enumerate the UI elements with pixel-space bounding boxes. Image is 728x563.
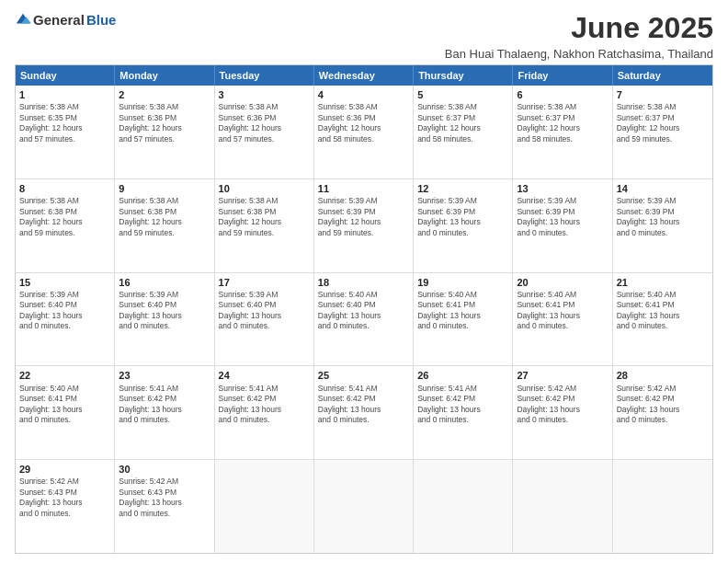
calendar-cell — [513, 460, 612, 553]
cell-info: and 59 minutes. — [617, 134, 709, 144]
cell-info: and 59 minutes. — [219, 228, 310, 238]
cell-info: Daylight: 13 hours — [417, 405, 508, 415]
header-day-thursday: Thursday — [414, 65, 513, 86]
calendar-cell: 12Sunrise: 5:39 AMSunset: 6:39 PMDayligh… — [414, 179, 513, 272]
day-number: 2 — [119, 88, 210, 101]
cell-info: and 59 minutes. — [19, 228, 110, 238]
day-number: 7 — [617, 88, 709, 101]
cell-info: Sunrise: 5:41 AM — [318, 384, 409, 394]
cell-info: Sunrise: 5:42 AM — [517, 384, 608, 394]
day-number: 24 — [219, 369, 310, 382]
calendar-cell: 19Sunrise: 5:40 AMSunset: 6:41 PMDayligh… — [414, 273, 513, 366]
header-day-monday: Monday — [115, 65, 214, 86]
cell-info: Sunset: 6:36 PM — [219, 113, 310, 123]
day-number: 18 — [318, 276, 409, 289]
calendar-cell: 15Sunrise: 5:39 AMSunset: 6:40 PMDayligh… — [16, 273, 115, 366]
cell-info: Sunset: 6:40 PM — [119, 300, 210, 310]
calendar-row-3: 22Sunrise: 5:40 AMSunset: 6:41 PMDayligh… — [16, 365, 712, 459]
cell-info: Daylight: 12 hours — [318, 123, 409, 133]
cell-info: Daylight: 13 hours — [19, 311, 110, 321]
cell-info: Daylight: 13 hours — [119, 498, 210, 508]
cell-info: Daylight: 12 hours — [219, 217, 310, 227]
day-number: 21 — [617, 276, 709, 289]
cell-info: Sunrise: 5:39 AM — [19, 290, 110, 300]
calendar-cell: 18Sunrise: 5:40 AMSunset: 6:40 PMDayligh… — [314, 273, 414, 366]
cell-info: Daylight: 12 hours — [219, 123, 310, 133]
day-number: 10 — [219, 182, 310, 195]
day-number: 11 — [318, 182, 409, 195]
day-number: 20 — [517, 276, 608, 289]
cell-info: Sunset: 6:39 PM — [417, 207, 508, 217]
cell-info: and 59 minutes. — [318, 228, 409, 238]
cell-info: Sunset: 6:40 PM — [219, 300, 310, 310]
day-number: 9 — [119, 182, 210, 195]
cell-info: Sunrise: 5:39 AM — [219, 290, 310, 300]
cell-info: Sunset: 6:38 PM — [219, 207, 310, 217]
cell-info: Daylight: 13 hours — [19, 405, 110, 415]
cell-info: Daylight: 13 hours — [617, 405, 709, 415]
calendar-cell: 10Sunrise: 5:38 AMSunset: 6:38 PMDayligh… — [215, 179, 314, 272]
cell-info: Sunrise: 5:38 AM — [119, 102, 210, 112]
day-number: 13 — [517, 182, 608, 195]
cell-info: Sunset: 6:42 PM — [119, 394, 210, 404]
calendar-cell: 20Sunrise: 5:40 AMSunset: 6:41 PMDayligh… — [513, 273, 612, 366]
calendar-cell: 13Sunrise: 5:39 AMSunset: 6:39 PMDayligh… — [513, 179, 612, 272]
cell-info: Sunset: 6:39 PM — [517, 207, 608, 217]
cell-info: Daylight: 12 hours — [119, 217, 210, 227]
title-section: June 2025 Ban Huai Thalaeng, Nakhon Ratc… — [445, 11, 713, 61]
cell-info: Daylight: 13 hours — [417, 311, 508, 321]
cell-info: Sunrise: 5:39 AM — [617, 196, 709, 206]
calendar-cell: 1Sunrise: 5:38 AMSunset: 6:35 PMDaylight… — [16, 86, 115, 178]
calendar-cell: 6Sunrise: 5:38 AMSunset: 6:37 PMDaylight… — [513, 86, 612, 178]
cell-info: and 0 minutes. — [417, 321, 508, 331]
cell-info: Sunset: 6:37 PM — [617, 113, 709, 123]
logo: General Blue — [15, 11, 116, 28]
day-number: 29 — [19, 463, 110, 476]
calendar-row-1: 8Sunrise: 5:38 AMSunset: 6:38 PMDaylight… — [16, 178, 712, 272]
cell-info: Sunset: 6:42 PM — [617, 394, 709, 404]
logo-blue: Blue — [86, 12, 117, 28]
cell-info: Sunrise: 5:38 AM — [617, 102, 709, 112]
cell-info: Sunrise: 5:42 AM — [617, 384, 709, 394]
calendar-cell: 17Sunrise: 5:39 AMSunset: 6:40 PMDayligh… — [215, 273, 314, 366]
cell-info: Sunset: 6:35 PM — [19, 113, 110, 123]
cell-info: Sunrise: 5:38 AM — [517, 102, 608, 112]
cell-info: Sunrise: 5:40 AM — [617, 290, 709, 300]
cell-info: Daylight: 12 hours — [119, 123, 210, 133]
day-number: 27 — [517, 369, 608, 382]
cell-info: Sunrise: 5:41 AM — [119, 384, 210, 394]
header-day-saturday: Saturday — [613, 65, 712, 86]
calendar-header: SundayMondayTuesdayWednesdayThursdayFrid… — [16, 65, 712, 86]
calendar-cell: 11Sunrise: 5:39 AMSunset: 6:39 PMDayligh… — [314, 179, 414, 272]
cell-info: Sunset: 6:40 PM — [19, 300, 110, 310]
day-number: 22 — [19, 369, 110, 382]
calendar-body: 1Sunrise: 5:38 AMSunset: 6:35 PMDaylight… — [16, 86, 712, 553]
cell-info: Sunset: 6:39 PM — [318, 207, 409, 217]
cell-info: Sunset: 6:42 PM — [318, 394, 409, 404]
cell-info: Sunset: 6:42 PM — [417, 394, 508, 404]
cell-info: Sunset: 6:40 PM — [318, 300, 409, 310]
header-day-friday: Friday — [513, 65, 612, 86]
calendar-cell: 7Sunrise: 5:38 AMSunset: 6:37 PMDaylight… — [613, 86, 712, 178]
cell-info: Sunset: 6:36 PM — [119, 113, 210, 123]
cell-info: Sunset: 6:36 PM — [318, 113, 409, 123]
cell-info: Sunrise: 5:38 AM — [417, 102, 508, 112]
calendar-cell: 27Sunrise: 5:42 AMSunset: 6:42 PMDayligh… — [513, 366, 612, 459]
calendar-cell: 23Sunrise: 5:41 AMSunset: 6:42 PMDayligh… — [115, 366, 214, 459]
cell-info: and 57 minutes. — [119, 134, 210, 144]
cell-info: Sunset: 6:37 PM — [517, 113, 608, 123]
calendar-cell: 25Sunrise: 5:41 AMSunset: 6:42 PMDayligh… — [314, 366, 414, 459]
cell-info: Sunrise: 5:42 AM — [19, 477, 110, 487]
cell-info: Daylight: 13 hours — [318, 405, 409, 415]
cell-info: Daylight: 13 hours — [318, 311, 409, 321]
cell-info: and 0 minutes. — [219, 321, 310, 331]
calendar-cell — [414, 460, 513, 553]
calendar-cell: 24Sunrise: 5:41 AMSunset: 6:42 PMDayligh… — [215, 366, 314, 459]
day-number: 5 — [417, 88, 508, 101]
month-title: June 2025 — [445, 11, 713, 45]
calendar-cell: 16Sunrise: 5:39 AMSunset: 6:40 PMDayligh… — [115, 273, 214, 366]
cell-info: Daylight: 13 hours — [19, 498, 110, 508]
cell-info: Sunset: 6:43 PM — [119, 488, 210, 498]
cell-info: Sunrise: 5:38 AM — [318, 102, 409, 112]
calendar-row-0: 1Sunrise: 5:38 AMSunset: 6:35 PMDaylight… — [16, 86, 712, 178]
